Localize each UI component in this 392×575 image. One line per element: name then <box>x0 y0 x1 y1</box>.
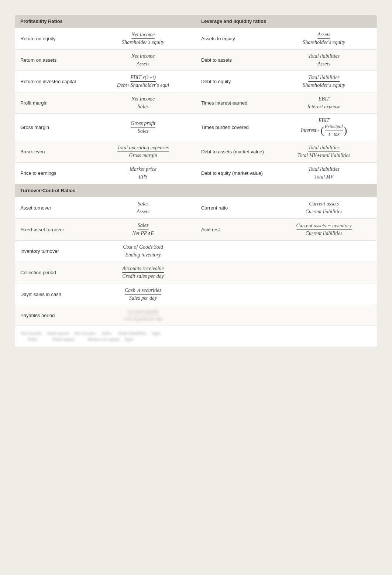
table-row: Payables period Accounts payable Cost of… <box>15 305 377 326</box>
row-label: Debt to equity <box>196 71 271 92</box>
formula-cell: Gross profit Sales <box>90 114 196 141</box>
row-label: Debt to assets <box>196 50 271 71</box>
row-label: Asset turnover <box>15 197 90 219</box>
row-label: Price to earnings <box>15 163 90 184</box>
formula-cell <box>271 241 377 262</box>
formula-cell: Net income Sales <box>90 92 196 114</box>
main-table: Profitability Ratios Leverage and liquid… <box>15 15 377 347</box>
formula-cell: Cash ∧ securities Sales per day <box>90 283 196 305</box>
row-label: Return on equity <box>15 28 90 50</box>
formula-cell: Current assets Current liabilities <box>271 197 377 219</box>
formula-cell: Current assets − inventory Current liabi… <box>271 219 377 241</box>
table-row-blurred: Net income Total assets Net income Sales… <box>15 326 377 347</box>
row-label-blurred <box>196 305 271 326</box>
row-label: Return on invested capital <box>15 71 90 92</box>
row-label: Current ratio <box>196 197 271 219</box>
row-label: Acid rest <box>196 219 271 241</box>
section-header-turnover: Turnover-Control Ratios <box>15 184 377 197</box>
row-label: Debt to assets (market value) <box>196 141 271 163</box>
leverage-label: Leverage and liquidity ratios <box>196 15 377 28</box>
row-label <box>196 262 271 283</box>
formula-cell: Net income Shareholder's equity <box>90 28 196 50</box>
formula-cell: Market price EPS <box>90 163 196 184</box>
row-label: Gross margin <box>15 114 90 141</box>
formula-cell: Total liabilities Assets <box>271 50 377 71</box>
row-label: Times interest earned <box>196 92 271 114</box>
formula-cell: Net income Assets <box>90 50 196 71</box>
row-label: Break-even <box>15 141 90 163</box>
table-row: Price to earnings Market price EPS Debt … <box>15 163 377 184</box>
table-row: Inventory turnover Cost of Goods Sold En… <box>15 241 377 262</box>
table-row: Return on equity Net income Shareholder'… <box>15 28 377 50</box>
row-label: Payables period <box>15 305 90 326</box>
formula-cell-blurred: Accounts payable Cost of goods per day <box>90 305 196 326</box>
row-label: Profit margin <box>15 92 90 114</box>
formula-cell-blurred <box>271 305 377 326</box>
row-label: Inventory turnover <box>15 241 90 262</box>
table-row: Asset turnover Sales Assets Current rati… <box>15 197 377 219</box>
table-row: Return on invested capital EBIT x(1−t) D… <box>15 71 377 92</box>
formula-cell: Sales Net PP∧E <box>90 219 196 241</box>
row-label <box>196 241 271 262</box>
section-header-profitability: Profitability Ratios Leverage and liquid… <box>15 15 377 28</box>
row-label <box>196 283 271 305</box>
row-label: Times burden covered <box>196 114 271 141</box>
formula-cell <box>271 283 377 305</box>
formula-cell: Assets Shareholder's equity <box>271 28 377 50</box>
formula-cell: Total operating expenses Gross margin <box>90 141 196 163</box>
table-row: Break-even Total operating expenses Gros… <box>15 141 377 163</box>
formula-cell: Total liabilities Total MV+total liabili… <box>271 141 377 163</box>
table-row: Fixed-asset turnover Sales Net PP∧E Acid… <box>15 219 377 241</box>
formula-cell: Cost of Goods Sold Ending inventory <box>90 241 196 262</box>
formula-cell: Sales Assets <box>90 197 196 219</box>
row-label: Collection period <box>15 262 90 283</box>
table-row: Return on assets Net income Assets Debt … <box>15 50 377 71</box>
row-label: Days' sales in cash <box>15 283 90 305</box>
table-row: Days' sales in cash Cash ∧ securities Sa… <box>15 283 377 305</box>
formula-cell: EBIT Interest+ ( Principal 1−tax ) <box>271 114 377 141</box>
formula-cell: EBIT Interest expense <box>271 92 377 114</box>
profitability-label: Profitability Ratios <box>15 15 196 28</box>
formula-cell: Total liabilities Shareholder's equity <box>271 71 377 92</box>
formula-cell: Accounts receivable Credit sales per day <box>90 262 196 283</box>
table-row: Gross margin Gross profit Sales Times bu… <box>15 114 377 141</box>
turnover-label: Turnover-Control Ratios <box>15 184 377 197</box>
row-label: Return on assets <box>15 50 90 71</box>
row-label: Fixed-asset turnover <box>15 219 90 241</box>
row-label: Assets to equity <box>196 28 271 50</box>
table-row: Profit margin Net income Sales Times int… <box>15 92 377 114</box>
formula-cell: EBIT x(1−t) Debt+Shareholder's equi <box>90 71 196 92</box>
table-row: Collection period Accounts receivable Cr… <box>15 262 377 283</box>
formula-cell: Total liabilities Total MV <box>271 163 377 184</box>
formula-cell <box>271 262 377 283</box>
ratios-table: Profitability Ratios Leverage and liquid… <box>15 15 377 347</box>
row-label: Debt to equity (market value) <box>196 163 271 184</box>
